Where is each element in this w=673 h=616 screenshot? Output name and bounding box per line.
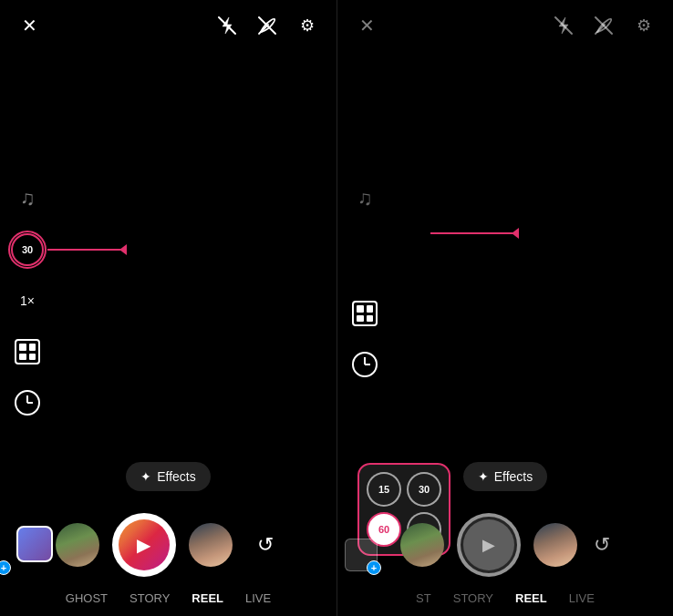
tab-live-left[interactable]: LIVE bbox=[245, 591, 271, 605]
music-button-right[interactable]: ♫ bbox=[348, 182, 381, 215]
reel-icon-left: ▶ bbox=[137, 534, 150, 556]
flash-off-button-right[interactable] bbox=[549, 11, 578, 40]
close-icon: ✕ bbox=[22, 15, 37, 36]
nav-tabs-left: GHOST STORY REEL LIVE bbox=[0, 584, 336, 616]
bottom-bar-left: ✦ Effects + ▶ ↺ GHOST bbox=[0, 462, 336, 616]
side-controls-right: ♫ 15 30 60 90 bbox=[348, 182, 381, 381]
feather-off-icon bbox=[257, 15, 277, 36]
add-badge-left: + bbox=[0, 560, 11, 575]
settings-icon-right: ⚙ bbox=[637, 15, 651, 36]
clock-button-left[interactable] bbox=[11, 386, 44, 419]
arrow-indicator-left bbox=[47, 244, 127, 255]
add-badge-right: + bbox=[367, 560, 381, 575]
layout-icon-right bbox=[352, 301, 378, 326]
clock-button-right[interactable] bbox=[348, 348, 381, 381]
reel-icon-right: ▶ bbox=[482, 535, 495, 555]
effects-label-left: Effects bbox=[157, 469, 196, 484]
settings-button-right[interactable]: ⚙ bbox=[629, 11, 658, 40]
feather-off-button-left[interactable] bbox=[253, 11, 282, 40]
camera-row-left: + ▶ ↺ bbox=[0, 509, 336, 584]
shutter-inner-right: ▶ bbox=[463, 519, 514, 570]
speed-label-left: 1× bbox=[20, 293, 35, 308]
panel-left: ✕ ⚙ bbox=[0, 0, 336, 616]
clock-icon-right bbox=[352, 352, 378, 377]
music-icon-right: ♫ bbox=[357, 187, 373, 210]
effects-button-left[interactable]: ✦ Effects bbox=[126, 462, 211, 491]
feather-off-button-right[interactable] bbox=[589, 11, 618, 40]
top-icons-left: ⚙ bbox=[212, 11, 322, 40]
flash-off-icon bbox=[217, 15, 237, 36]
timer-button-left[interactable]: 30 bbox=[11, 233, 44, 266]
close-button-left[interactable]: ✕ bbox=[15, 11, 44, 40]
sparkle-icon: ✦ bbox=[140, 469, 151, 484]
music-icon: ♫ bbox=[20, 187, 36, 210]
layout-spacer bbox=[348, 297, 381, 330]
layout-icon bbox=[15, 339, 40, 364]
shutter-button-left[interactable]: ▶ bbox=[112, 513, 176, 577]
top-bar-right: ✕ ⚙ bbox=[337, 0, 673, 51]
thumbnail-outdoor-right[interactable] bbox=[400, 523, 444, 567]
top-bar-left: ✕ ⚙ bbox=[0, 0, 336, 51]
clock-icon bbox=[15, 390, 40, 416]
tab-reel-left[interactable]: REEL bbox=[192, 591, 223, 605]
flip-icon-left: ↺ bbox=[257, 533, 274, 557]
flip-icon-right: ↺ bbox=[594, 533, 610, 556]
thumbnail-outdoor-left[interactable] bbox=[56, 523, 99, 567]
avatar-left[interactable] bbox=[16, 526, 53, 562]
effects-label-right: Effects bbox=[494, 469, 533, 484]
timer-container-left: 30 bbox=[11, 233, 44, 266]
tab-reel-right[interactable]: REEL bbox=[515, 591, 547, 605]
top-icons-right: ⚙ bbox=[549, 11, 658, 40]
layout-button-right[interactable] bbox=[348, 297, 381, 330]
bottom-bar-right: ✦ Effects + ▶ ↺ ST S bbox=[337, 462, 673, 616]
panel-right: ✕ ⚙ ♫ bbox=[336, 0, 673, 616]
sparkle-icon-right: ✦ bbox=[478, 469, 489, 484]
side-controls-left: ♫ 30 1× bbox=[11, 182, 44, 419]
flip-button-right[interactable]: ↺ bbox=[594, 533, 610, 557]
tab-ghost-left[interactable]: GHOST bbox=[66, 591, 108, 605]
close-icon-right: ✕ bbox=[359, 15, 375, 36]
flip-button-left[interactable]: ↺ bbox=[249, 529, 282, 561]
close-button-right[interactable]: ✕ bbox=[352, 11, 381, 40]
flash-off-button-left[interactable] bbox=[212, 11, 242, 40]
flash-off-icon-right bbox=[554, 15, 574, 36]
tab-ghost-right[interactable]: ST bbox=[416, 591, 431, 605]
tab-story-left[interactable]: STORY bbox=[129, 591, 170, 605]
arrow-indicator-right bbox=[430, 228, 519, 239]
avatar-area-right: + bbox=[345, 539, 378, 571]
feather-off-icon-right bbox=[594, 15, 614, 36]
settings-button-left[interactable]: ⚙ bbox=[293, 11, 322, 40]
tab-story-right[interactable]: STORY bbox=[453, 591, 493, 605]
thumbnail-person-left[interactable] bbox=[189, 523, 233, 567]
camera-row-right: + ▶ ↺ bbox=[337, 509, 673, 584]
shutter-inner-left: ▶ bbox=[119, 519, 170, 570]
thumbnail-person-right[interactable] bbox=[533, 523, 577, 567]
layout-button-left[interactable] bbox=[11, 335, 44, 368]
effects-button-right[interactable]: ✦ Effects bbox=[463, 462, 548, 491]
timer-label-left: 30 bbox=[22, 244, 33, 255]
nav-tabs-right: ST STORY REEL LIVE bbox=[337, 584, 673, 616]
shutter-button-right[interactable]: ▶ bbox=[457, 513, 521, 577]
tab-live-right[interactable]: LIVE bbox=[569, 591, 595, 605]
settings-icon: ⚙ bbox=[300, 15, 315, 36]
speed-button-left[interactable]: 1× bbox=[11, 284, 44, 317]
music-button-left[interactable]: ♫ bbox=[11, 182, 44, 215]
